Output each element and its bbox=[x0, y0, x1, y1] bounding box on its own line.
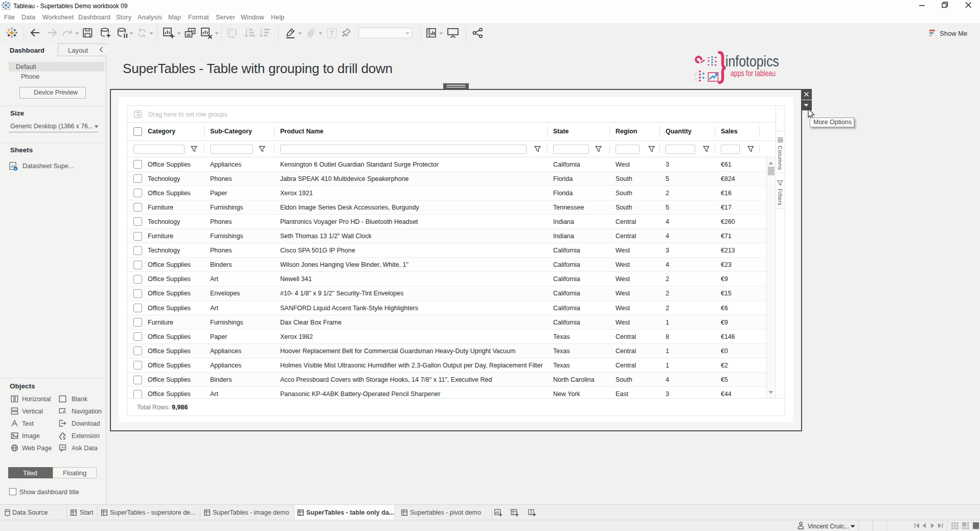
svg-text:infotopics: infotopics bbox=[725, 53, 779, 70]
svg-text:apps for tableau: apps for tableau bbox=[731, 68, 776, 78]
